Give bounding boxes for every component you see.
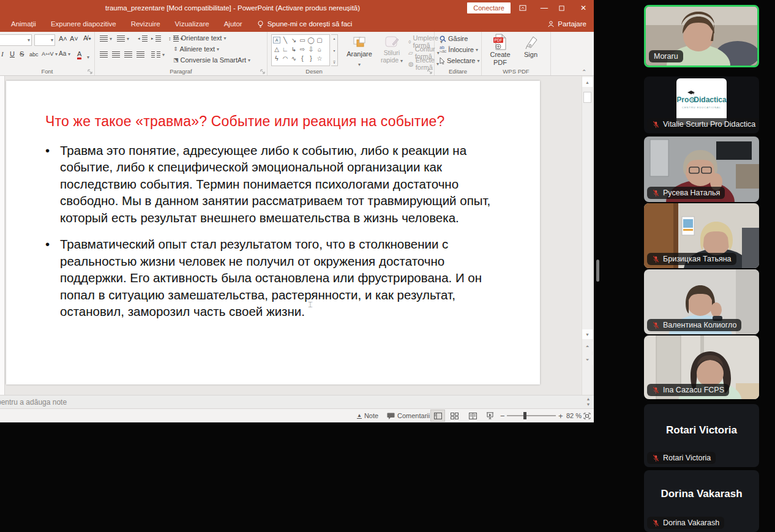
columns-icon[interactable]: ▾ [151,51,165,58]
numbering-icon[interactable]: ▾ [117,36,129,42]
justify-icon[interactable] [137,51,144,58]
clear-formatting-icon[interactable]: A̸✦ [83,34,92,42]
scroll-down-icon[interactable]: ▼ [582,329,593,339]
share-button[interactable]: Partajare [547,16,586,32]
minimize-button[interactable]: — [539,4,550,12]
decrease-indent-icon[interactable]: ◂ [138,36,148,42]
search-icon [440,36,446,42]
previous-slide-icon[interactable]: ⏶ [582,342,593,351]
panel-resize-handle[interactable] [596,260,599,282]
normal-view-button[interactable] [430,410,445,422]
tab-animatii[interactable]: Animații [11,20,36,28]
align-center-icon[interactable] [112,51,120,58]
zoom-out-button[interactable]: − [500,409,505,422]
fit-to-window-button[interactable] [583,409,591,422]
shape-elbow-arrow-icon[interactable]: ↳ [290,45,298,54]
connect-button[interactable]: Conectare [467,2,511,13]
align-text-button[interactable]: ⇕Aliniere text▾ [173,45,219,53]
character-spacing-icon[interactable]: A⇿V ▾ [42,51,58,57]
bullets-icon[interactable]: ▾ [100,36,112,42]
restore-button[interactable] [558,5,569,12]
scrollbar-thumb[interactable] [583,92,591,103]
next-slide-icon[interactable]: ⏷ [582,355,593,365]
shape-star-icon[interactable]: ☆ [315,54,324,63]
shape-arc-icon[interactable]: ◠ [281,54,290,63]
slide-thumbnails-panel[interactable] [0,76,5,395]
shape-curve-icon[interactable]: ∿ [290,54,298,63]
arrange-button[interactable]: Aranjare ▾ [343,36,375,69]
notes-scroll-icons[interactable]: ▲▼ [584,396,593,407]
increase-indent-icon[interactable]: ▸ [151,36,161,42]
find-button[interactable]: Găsire [440,35,468,42]
shape-elbow-icon[interactable]: ∟ [281,45,290,54]
change-case-icon[interactable]: Aa ▾ [59,50,70,57]
collapse-ribbon-icon[interactable]: ⌃ [582,69,586,75]
select-button[interactable]: Selectare ▾ [440,57,480,64]
comments-button[interactable]: Comentarii [387,409,430,422]
font-color-arrow[interactable]: ▾ [87,50,89,61]
scroll-up-icon[interactable]: ▲ [582,77,593,87]
align-left-icon[interactable] [100,51,108,58]
font-size-dropdown[interactable]: ▾ [34,34,55,46]
shape-corner-icon[interactable]: ⌂ [315,45,324,54]
create-pdf-button[interactable]: PDF Create PDF [485,34,515,67]
participant-tile-valentina[interactable]: Валентина Колиогло [644,269,759,334]
participant-tile-vitalie-scurtu[interactable]: Pro⊙Didactica CENTRU EDUCATIONAL Vitalie… [644,77,759,133]
reading-view-button[interactable] [469,409,477,422]
quick-styles-button[interactable]: Stiluri rapide ▾ [378,36,406,64]
tab-ajutor[interactable]: Ajutor [224,20,242,28]
slideshow-button[interactable] [486,409,494,422]
tab-expunere-diapozitive[interactable]: Expunere diapozitive [51,20,116,28]
tab-vizualizare[interactable]: Vizualizare [175,20,209,28]
strikethrough-icon[interactable]: S [20,50,24,58]
shape-line-icon[interactable]: ╲ [281,36,290,45]
zoom-in-button[interactable]: + [558,409,563,422]
replace-button[interactable]: ab⤷ac Înlocuire ▾ [440,46,478,53]
notes-toggle-button[interactable]: ▲Note [357,409,378,422]
sign-button[interactable]: Sign [519,34,543,59]
participant-tile-brizitskaya[interactable]: Бризицкая Татьяна [644,203,759,268]
font-dialog-launcher-icon[interactable] [88,69,92,74]
participant-tile-ina-cazacu[interactable]: Ina Cazacu FCPS [644,335,759,399]
participant-tile-ruseva[interactable]: Русева Наталья [644,137,759,202]
notes-area[interactable]: pentru a adăuga note ▲▼ [0,395,594,408]
participant-name-label: Бризицкая Татьяна [647,253,736,265]
shapes-gallery[interactable]: A╲↘▭◯▢ △∟↳⇨⇩⌂ ϟ◠∿{}☆ [271,34,330,66]
ribbon-display-options-icon[interactable] [519,4,530,12]
shape-rounded-rect-icon[interactable]: ▢ [315,36,324,45]
shape-textbox-icon[interactable]: A [273,37,280,43]
shape-brace-left-icon[interactable]: { [298,54,307,63]
tell-me-box[interactable]: Spune-mi ce dorești să faci [257,20,353,28]
shapes-gallery-scroll[interactable]: ▴▾⊽ [331,34,338,66]
shape-rectangle-icon[interactable]: ▭ [298,36,307,45]
align-right-icon[interactable] [124,51,132,58]
zoom-slider-thumb[interactable] [523,412,526,419]
zoom-level[interactable]: 82 % [566,409,582,422]
italic-icon[interactable]: I [1,50,4,58]
text-orientation-button[interactable]: ‖AOrientare text▾ [173,34,226,42]
shape-down-arrow-icon[interactable]: ⇩ [307,45,315,54]
tab-revizuire[interactable]: Revizuire [131,20,160,28]
shape-oval-icon[interactable]: ◯ [307,36,315,45]
shape-freeform-icon[interactable]: ϟ [272,54,281,63]
shape-triangle-icon[interactable]: △ [272,45,281,54]
shape-right-arrow-icon[interactable]: ⇨ [298,45,307,54]
close-button[interactable]: ✕ [578,4,589,12]
zoom-slider-track[interactable] [507,415,556,416]
shape-brace-right-icon[interactable]: } [307,54,315,63]
font-name-dropdown[interactable]: ▾ [0,34,32,46]
slide-sorter-button[interactable] [451,409,459,422]
participant-tile-moraru[interactable]: Moraru [644,5,759,67]
convert-smartart-button[interactable]: ⬔Conversie la SmartArt▾ [173,56,250,64]
text-shadow-icon[interactable]: abc [29,51,39,58]
slide-canvas[interactable]: Что же такое «травма»? Событие или реакц… [6,81,540,384]
participant-tile-dorina-vakarash[interactable]: Dorina Vakarash Dorina Vakarash [644,470,759,532]
shape-arrow-icon[interactable]: ↘ [290,36,298,45]
font-color-icon[interactable]: A [77,50,81,59]
shrink-font-icon[interactable]: A˅ [70,35,78,42]
underline-icon[interactable]: U [10,50,15,58]
participant-tile-rotari-victoria[interactable]: Rotari Victoria Rotari Victoria [644,404,759,467]
grow-font-icon[interactable]: A˄ [59,35,67,42]
desen-dialog-launcher-icon[interactable] [427,69,432,74]
vertical-scrollbar[interactable]: ▲ ▼ ⏶ ⏷ [582,76,592,395]
